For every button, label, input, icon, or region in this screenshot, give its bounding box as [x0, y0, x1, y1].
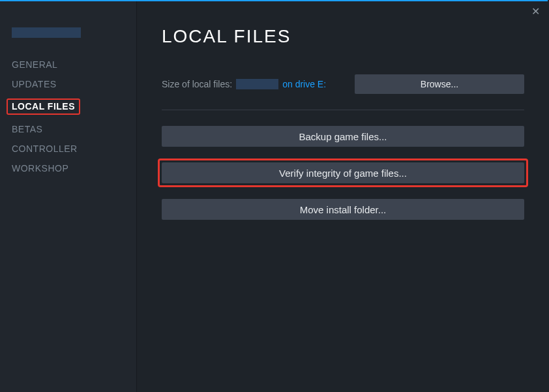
sidebar-item-updates[interactable]: UPDATES — [12, 74, 136, 94]
size-info-row: Size of local files: on drive E: Browse.… — [162, 74, 524, 94]
top-accent-bar — [0, 0, 548, 1]
backup-game-files-button[interactable]: Backup game files... — [162, 126, 524, 147]
close-icon[interactable]: ✕ — [531, 5, 540, 18]
sidebar: GENERAL UPDATES LOCAL FILES BETAS CONTRO… — [0, 1, 137, 392]
drive-text: on drive E: — [282, 79, 326, 89]
size-label: Size of local files: — [162, 79, 232, 89]
sidebar-item-label: LOCAL FILES — [7, 98, 80, 115]
move-install-folder-button[interactable]: Move install folder... — [162, 199, 524, 220]
sidebar-item-local-files[interactable]: LOCAL FILES — [12, 94, 136, 119]
page-title: LOCAL FILES — [162, 26, 524, 47]
sidebar-item-betas[interactable]: BETAS — [12, 119, 136, 139]
size-value-redacted — [236, 79, 278, 89]
main-panel: LOCAL FILES Size of local files: on driv… — [137, 1, 549, 392]
sidebar-item-workshop[interactable]: WORKSHOP — [12, 158, 136, 178]
game-title-badge — [12, 27, 81, 38]
browse-button[interactable]: Browse... — [355, 74, 524, 94]
sidebar-item-controller[interactable]: CONTROLLER — [12, 139, 136, 158]
sidebar-item-general[interactable]: GENERAL — [12, 55, 136, 74]
verify-integrity-button[interactable]: Verify integrity of game files... — [162, 162, 524, 183]
divider — [162, 110, 524, 110]
window-container: GENERAL UPDATES LOCAL FILES BETAS CONTRO… — [0, 0, 549, 392]
verify-highlight-box: Verify integrity of game files... — [158, 158, 528, 187]
